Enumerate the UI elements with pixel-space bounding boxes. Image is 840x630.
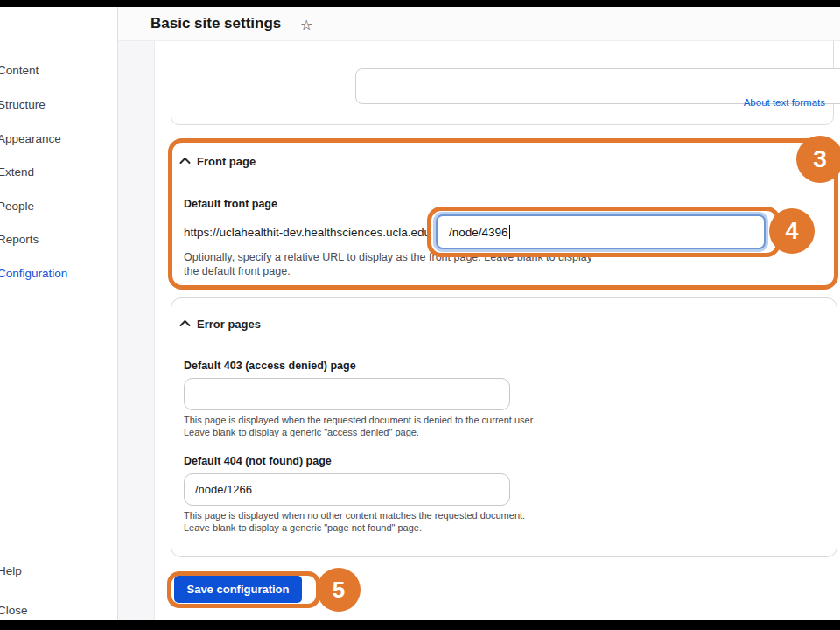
default-404-description-line2: Leave blank to display a generic "page n… xyxy=(184,522,525,535)
about-text-formats-link[interactable]: About text formats xyxy=(744,97,825,108)
front-page-url-prefix: https://uclahealthit-dev.healthsciences.… xyxy=(184,226,430,239)
default-404-description: This page is displayed when no other con… xyxy=(184,510,525,534)
default-403-description-line1: This page is displayed when the requeste… xyxy=(184,415,536,427)
front-page-input[interactable]: /node/4396 xyxy=(436,214,766,249)
default-403-input[interactable] xyxy=(184,378,510,410)
basic-site-settings-page: Content Structure Appearance Extend Peop… xyxy=(0,0,840,630)
page-title: Basic site settings xyxy=(150,15,281,32)
admin-sidebar: Content Structure Appearance Extend Peop… xyxy=(0,7,118,620)
default-403-description-line2: Leave blank to display a generic "access… xyxy=(184,427,536,439)
default-404-input-value: /node/1266 xyxy=(195,483,252,496)
default-front-page-label: Default front page xyxy=(184,198,277,210)
top-black-bar xyxy=(0,0,840,7)
default-403-description: This page is displayed when the requeste… xyxy=(184,415,536,438)
default-404-description-line1: This page is displayed when no other con… xyxy=(184,510,525,522)
sidebar-item-help[interactable]: Help xyxy=(0,564,22,579)
default-404-label: Default 404 (not found) page xyxy=(184,455,332,467)
sidebar-item-people[interactable]: People xyxy=(0,199,34,214)
front-page-description: Optionally, specify a relative URL to di… xyxy=(184,251,592,278)
sidebar-item-configuration[interactable]: Configuration xyxy=(0,266,67,282)
sidebar-item-content[interactable]: Content xyxy=(0,63,38,79)
sidebar-item-reports[interactable]: Reports xyxy=(0,232,38,248)
default-404-input[interactable]: /node/1266 xyxy=(184,473,510,506)
sidebar-item-appearance[interactable]: Appearance xyxy=(0,131,61,147)
sidebar-item-structure[interactable]: Structure xyxy=(0,97,46,113)
sidebar-item-close[interactable]: Close xyxy=(0,603,28,619)
front-page-description-line1: Optionally, specify a relative URL to di… xyxy=(184,251,592,265)
bookmark-star-icon[interactable]: ☆ xyxy=(300,17,312,33)
sidebar-item-extend[interactable]: Extend xyxy=(0,164,34,180)
front-page-section-title[interactable]: Front page xyxy=(197,155,256,168)
page-header: Basic site settings ☆ xyxy=(118,7,840,41)
chevron-up-icon[interactable] xyxy=(179,319,191,327)
save-configuration-button[interactable]: Save configuration xyxy=(174,576,302,603)
bottom-black-bar xyxy=(0,620,840,630)
error-pages-section-title[interactable]: Error pages xyxy=(197,318,261,331)
front-page-input-value: /node/4396 xyxy=(449,226,508,239)
front-page-description-line2: the default front page. xyxy=(184,265,592,279)
text-cursor xyxy=(509,225,510,239)
default-403-label: Default 403 (access denied) page xyxy=(184,360,356,372)
chevron-up-icon[interactable] xyxy=(179,157,191,164)
